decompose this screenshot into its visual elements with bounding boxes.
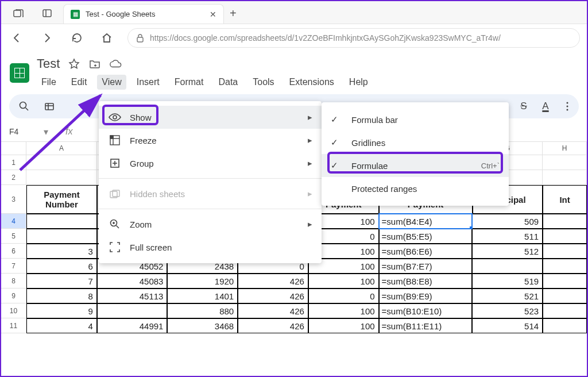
more-icon[interactable] — [560, 99, 574, 113]
cell-A7[interactable]: 6 — [26, 259, 97, 274]
cell-G7[interactable] — [472, 259, 543, 274]
row-header-4[interactable]: 4 — [1, 214, 26, 229]
new-tab-button[interactable]: + — [224, 7, 242, 24]
cell-C9[interactable]: 1401 — [167, 288, 238, 303]
cell-G10[interactable]: 523 — [472, 303, 543, 318]
cell-D8[interactable]: 426 — [238, 274, 308, 288]
cell-H10[interactable] — [543, 303, 587, 318]
url-field[interactable]: https://docs.google.com/spreadsheets/d/1… — [127, 28, 580, 48]
menu-help[interactable]: Help — [345, 75, 373, 90]
cell-B11[interactable]: 44991 — [97, 318, 168, 333]
row-header-9[interactable]: 9 — [1, 288, 26, 303]
cell-E9[interactable]: 0 — [308, 288, 379, 303]
cell-B9[interactable]: 45113 — [97, 288, 168, 303]
menu-zoom[interactable]: Zoom ▸ — [99, 213, 322, 236]
cell-A6[interactable]: 3 — [26, 244, 97, 259]
cell-H7[interactable] — [543, 259, 587, 274]
name-box[interactable]: F4 — [9, 127, 38, 136]
column-header-cell-A[interactable]: PaymentNumber — [26, 185, 97, 214]
select-all-corner[interactable] — [1, 141, 26, 155]
submenu-gridlines[interactable]: ✓ Gridlines — [322, 131, 509, 154]
row-header-7[interactable]: 7 — [1, 259, 26, 274]
cell-H11[interactable] — [543, 318, 587, 333]
forward-button[interactable] — [38, 32, 56, 44]
cell-E10[interactable]: 100 — [308, 303, 379, 318]
doc-title[interactable]: Test — [37, 56, 60, 71]
cell-F8[interactable]: =sum(B8:E8) — [379, 274, 473, 288]
cell-F6[interactable]: =sum(B6:E6) — [379, 244, 473, 259]
home-button[interactable] — [98, 32, 116, 44]
cell-G8[interactable]: 519 — [472, 274, 543, 288]
cell-A8[interactable]: 7 — [26, 274, 97, 288]
menu-tools[interactable]: Tools — [248, 75, 278, 90]
cell-H2[interactable] — [543, 170, 587, 185]
cell-C8[interactable]: 1920 — [167, 274, 238, 288]
menu-freeze[interactable]: Freeze ▸ — [99, 129, 322, 152]
undo-icon[interactable] — [42, 99, 56, 113]
menu-edit[interactable]: Edit — [67, 75, 92, 90]
search-icon[interactable] — [17, 99, 31, 113]
cell-A11[interactable]: 4 — [26, 318, 97, 333]
cell-E8[interactable]: 100 — [308, 274, 379, 288]
move-icon[interactable] — [88, 57, 101, 70]
column-header-cell-H[interactable]: Int — [543, 185, 587, 214]
strikethrough-icon[interactable]: S — [517, 99, 531, 113]
row-header-6[interactable]: 6 — [1, 244, 26, 259]
menu-show[interactable]: Show ▸ — [99, 106, 322, 129]
menu-group[interactable]: Group ▸ — [99, 152, 322, 175]
sheets-logo-icon[interactable] — [7, 56, 32, 90]
cell-C10[interactable]: 880 — [167, 303, 238, 318]
cell-A5[interactable] — [26, 229, 97, 244]
cell-A4[interactable] — [26, 214, 97, 229]
menu-extensions[interactable]: Extensions — [285, 75, 339, 90]
tabs-overview-icon[interactable] — [9, 9, 28, 18]
cell-E11[interactable]: 100 — [308, 318, 379, 333]
cell-F7[interactable]: =sum(B7:E7) — [379, 259, 473, 274]
window-icon[interactable] — [38, 9, 56, 17]
menu-format[interactable]: Format — [170, 75, 208, 90]
refresh-button[interactable] — [68, 32, 86, 44]
cell-D11[interactable]: 426 — [238, 318, 308, 333]
cell-F9[interactable]: =sum(B9:E9) — [379, 288, 473, 303]
cell-D10[interactable]: 426 — [238, 303, 308, 318]
menu-file[interactable]: File — [37, 75, 61, 90]
cell-G5[interactable]: 511 — [472, 229, 543, 244]
row-header-1[interactable]: 1 — [1, 155, 26, 170]
back-button[interactable] — [8, 32, 26, 44]
menu-view[interactable]: View — [97, 75, 126, 90]
col-header-A[interactable]: A — [26, 141, 97, 155]
star-icon[interactable] — [68, 57, 80, 70]
cell-F11[interactable]: =sum(B11:E11) — [379, 318, 473, 333]
browser-tab[interactable]: ▦ Test - Google Sheets ✕ — [63, 4, 224, 24]
col-header-H[interactable]: H — [543, 141, 587, 155]
cell-A1[interactable] — [26, 155, 97, 170]
cell-H4[interactable] — [543, 214, 587, 229]
submenu-formulae[interactable]: ✓ Formulae Ctrl+` — [322, 154, 509, 177]
cell-H8[interactable] — [543, 274, 587, 288]
cell-G4[interactable]: 509 — [472, 214, 543, 229]
row-header-3[interactable]: 3 — [1, 185, 26, 214]
cloud-status-icon[interactable] — [109, 57, 122, 70]
cell-C11[interactable]: 3468 — [167, 318, 238, 333]
cell-G11[interactable]: 514 — [472, 318, 543, 333]
menu-data[interactable]: Data — [214, 75, 242, 90]
cell-G6[interactable]: 512 — [472, 244, 543, 259]
menu-fullscreen[interactable]: Full screen — [99, 236, 322, 259]
close-tab-icon[interactable]: ✕ — [210, 10, 216, 19]
submenu-formula-bar[interactable]: ✓ Formula bar — [322, 108, 509, 131]
cell-A9[interactable]: 8 — [26, 288, 97, 303]
row-header-11[interactable]: 11 — [1, 318, 26, 333]
cell-F4[interactable]: =sum(B4:E4) — [379, 214, 473, 229]
cell-B10[interactable] — [97, 303, 168, 318]
cell-H6[interactable] — [543, 244, 587, 259]
cell-A2[interactable] — [26, 170, 97, 185]
cell-A10[interactable]: 9 — [26, 303, 97, 318]
menu-insert[interactable]: Insert — [132, 75, 164, 90]
cell-H1[interactable] — [543, 155, 587, 170]
cell-D9[interactable]: 426 — [238, 288, 308, 303]
submenu-protected-ranges[interactable]: Protected ranges — [322, 177, 509, 200]
cell-G9[interactable]: 521 — [472, 288, 543, 303]
row-header-2[interactable]: 2 — [1, 170, 26, 185]
row-header-10[interactable]: 10 — [1, 303, 26, 318]
text-color-icon[interactable]: A — [539, 99, 552, 113]
